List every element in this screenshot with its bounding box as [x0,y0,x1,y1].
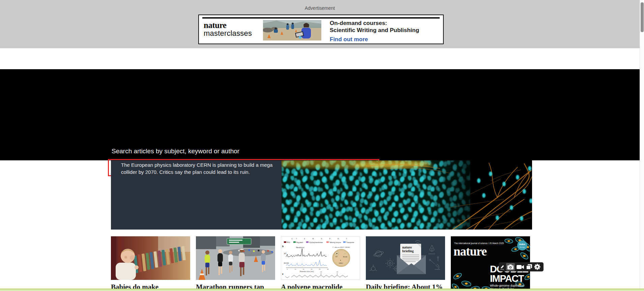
ad-brand-logo: nature masterclasses [204,21,252,37]
svg-text:OH: OH [336,271,338,273]
svg-text:Regulator: Regulator [296,242,303,243]
cover-subtitle-1: Whole-genome duplication [490,284,524,287]
card-image-briefing[interactable]: nature briefing [366,236,445,280]
annotate-pen-icon[interactable] [500,264,504,270]
svg-text:ΔmndL: ΔmndL [284,262,289,264]
scrollbar-track[interactable] [640,0,644,291]
video-record-icon[interactable] [517,264,524,270]
svg-text:WT: WT [284,253,287,255]
svg-text:Energy: Energy [520,246,525,248]
ad-text: On-demand courses: Scientific Writing an… [330,20,419,43]
cover-index-badge: Index Energy [517,240,527,250]
search-overlay-panel: Search articles by subject, keyword or a… [0,69,644,160]
svg-text:Transporter: Transporter [346,242,354,243]
gear-icon[interactable] [534,264,540,270]
nature-homepage: Advertisement nature masterclasses [0,0,644,291]
card-image-marathon[interactable] [196,236,275,280]
ad-headline-line2: Scientific Writing and Publishing [330,27,419,34]
svg-text:e: e [282,273,284,275]
svg-text:ΔmndL: ΔmndL [343,256,348,258]
hero-article-card[interactable]: The European physics laboratory CERN is … [111,160,282,230]
svg-text:Mandimycin: Mandimycin [296,247,304,248]
svg-text:×: × [345,253,346,255]
svg-text:Retention time (min): Retention time (min) [300,271,314,272]
svg-text:nature: nature [402,245,412,249]
camera-icon[interactable] [506,263,515,271]
cover-logo: nature [453,244,487,258]
svg-text:DMSO: DMSO [339,262,343,264]
selection-highlight-bar [0,289,644,291]
site-header: nature View all journals Search Log in [0,48,644,69]
scrollbar-thumb[interactable] [641,2,644,32]
svg-text:30: 30 [327,268,329,270]
svg-text:C. albicans BNCC 186382: C. albicans BNCC 186382 [332,246,350,248]
card-image-figure[interactable]: G? K M N P R T PKS Regulator Glycosyltra… [281,236,360,280]
ad-photo [263,20,321,41]
hero-image-neurons[interactable] [282,160,532,230]
svg-text:Index: Index [519,243,525,245]
search-panel-title: Search articles by subject, keyword or a… [112,148,239,155]
svg-text:PKS: PKS [287,242,290,243]
windows-copy-icon[interactable] [526,264,532,270]
ad-headline-line1: On-demand courses: [330,20,419,27]
ad-cta-link[interactable]: Find out more [330,36,419,43]
svg-text:b: b [282,245,284,247]
svg-text:15: 15 [303,268,304,270]
advertisement-label: Advertisement [0,5,640,11]
svg-text:briefing: briefing [402,249,414,253]
svg-text:Tailoring enzyme: Tailoring enzyme [329,242,341,243]
svg-text:Glycosyltransferase: Glycosyltransferase [309,242,323,243]
ad-banner[interactable]: nature masterclasses [198,15,444,44]
top-ad-region: Advertisement nature masterclasses [0,0,644,48]
card-image-babies[interactable] [111,236,190,280]
ad-top-rule [202,17,440,19]
svg-text:IMPACT: IMPACT [490,273,524,284]
svg-text:WT: WT [335,256,338,258]
svg-text:10: 10 [295,268,296,270]
ad-brand-line1: nature [204,21,252,30]
svg-text:25: 25 [319,268,321,270]
svg-text:OH: OH [320,271,322,273]
svg-text:20: 20 [311,268,313,270]
ad-brand-line2: masterclasses [204,30,252,37]
capture-toolbar [499,262,544,271]
hero-teaser-text: The European physics laboratory CERN is … [121,162,282,176]
